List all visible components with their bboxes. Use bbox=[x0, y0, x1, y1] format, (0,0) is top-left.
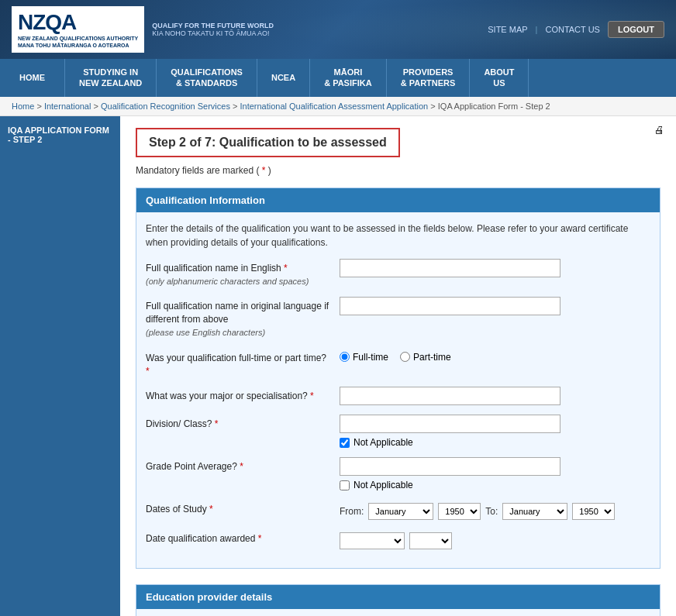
breadcrumb-iqaa[interactable]: International Qualification Assessment A… bbox=[240, 102, 428, 111]
qualification-section-header: Qualification Information bbox=[136, 188, 660, 212]
nav-bar: HOME STUDYING INNEW ZEALAND QUALIFICATIO… bbox=[0, 59, 676, 97]
mandatory-note: Mandatory fields are marked ( * ) bbox=[136, 165, 660, 176]
label-dates-study: Dates of Study * bbox=[146, 500, 332, 516]
control-major bbox=[340, 387, 650, 405]
radio-fulltime[interactable]: Full-time bbox=[340, 352, 388, 363]
from-label: From: bbox=[340, 506, 364, 517]
nav-providers[interactable]: PROVIDERS& PARTNERS bbox=[387, 59, 471, 97]
nzqa-logo: NZQA bbox=[18, 10, 138, 35]
from-month-select[interactable]: JanuaryFebruaryMarch AprilMayJune JulyAu… bbox=[368, 503, 433, 520]
radio-fulltime-label: Full-time bbox=[353, 352, 388, 363]
label-qual-name-english: Full qualification name in English * (on… bbox=[146, 259, 332, 288]
input-qual-name-original[interactable] bbox=[340, 297, 560, 315]
education-section-body: Name of education provider you obtained … bbox=[136, 609, 660, 616]
mandatory-close: ) bbox=[268, 165, 271, 176]
division-na-label: Not Applicable bbox=[354, 437, 413, 448]
mandatory-text: Mandatory fields are marked ( bbox=[136, 165, 259, 176]
field-study-type: Was your qualification full-time or part… bbox=[146, 349, 650, 378]
nav-maori[interactable]: MĀORI& PASIFIKA bbox=[310, 59, 387, 97]
nav-qualifications[interactable]: QUALIFICATIONS& STANDARDS bbox=[157, 59, 257, 97]
control-gpa: Not Applicable bbox=[340, 457, 650, 490]
sidebar-label: IQA APPLICATION FORM - STEP 2 bbox=[8, 126, 109, 144]
logo-subtitle-line1: NEW ZEALAND QUALIFICATIONS AUTHORITY bbox=[18, 35, 138, 42]
nav-ncea[interactable]: NCEA bbox=[257, 59, 310, 97]
field-qual-name-english: Full qualification name in English * (on… bbox=[146, 259, 650, 288]
field-dates-study: Dates of Study * From: JanuaryFebruaryMa… bbox=[146, 500, 650, 520]
logo-subtitle-line2: MANA TOHU MĀTAURANGA O AOTEAROA bbox=[18, 42, 138, 49]
breadcrumb-international[interactable]: International bbox=[44, 102, 91, 111]
control-qual-name-english bbox=[340, 259, 650, 277]
req-star-5: * bbox=[215, 418, 219, 429]
label-gpa: Grade Point Average? * bbox=[146, 457, 332, 473]
label-major: What was your major or specialisation? * bbox=[146, 387, 332, 403]
logo-tagline2: KIA NOHO TAKATU KI TŌ ĀMUA AO! bbox=[152, 29, 274, 37]
awarded-month-select[interactable]: JanuaryFebruaryMarch AprilMayJune JulyAu… bbox=[340, 532, 405, 549]
site-map-link[interactable]: SITE MAP bbox=[488, 25, 527, 34]
radio-parttime[interactable]: Part-time bbox=[400, 352, 451, 363]
qualification-section-desc: Enter the details of the qualification y… bbox=[146, 222, 650, 249]
control-division: Not Applicable bbox=[340, 415, 650, 448]
logo-box: NZQA NEW ZEALAND QUALIFICATIONS AUTHORIT… bbox=[12, 6, 144, 53]
division-na-row: Not Applicable bbox=[340, 437, 650, 448]
gpa-na-label: Not Applicable bbox=[354, 480, 413, 490]
breadcrumb-home[interactable]: Home bbox=[12, 102, 34, 111]
nav-about[interactable]: ABOUTUS bbox=[470, 59, 529, 97]
qualification-section-body: Enter the details of the qualification y… bbox=[136, 212, 660, 569]
logo-tagline1: QUALIFY FOR THE FUTURE WORLD bbox=[152, 22, 274, 29]
field-date-awarded: Date qualification awarded * JanuaryFebr… bbox=[146, 529, 650, 549]
radio-parttime-input[interactable] bbox=[400, 352, 410, 362]
control-qual-name-original bbox=[340, 297, 650, 315]
req-star-8: * bbox=[258, 533, 262, 544]
mandatory-star: * bbox=[262, 165, 268, 176]
breadcrumb-current: IQA Application Form - Step 2 bbox=[438, 102, 550, 111]
input-gpa[interactable] bbox=[340, 457, 560, 476]
gpa-na-row: Not Applicable bbox=[340, 480, 650, 490]
contact-us-link[interactable]: CONTACT US bbox=[545, 25, 600, 34]
field-division: Division/ Class? * Not Applicable bbox=[146, 415, 650, 448]
req-star-3: * bbox=[146, 366, 150, 377]
header-links: SITE MAP | CONTACT US LOGOUT bbox=[488, 21, 664, 38]
req-star-6: * bbox=[240, 461, 243, 472]
dates-row: From: JanuaryFebruaryMarch AprilMayJune … bbox=[340, 500, 650, 520]
content-area: 🖨 Step 2 of 7: Qualification to be asses… bbox=[120, 116, 676, 616]
hint-qual-name-english: (only alphanumeric characters and spaces… bbox=[146, 277, 309, 286]
field-major: What was your major or specialisation? * bbox=[146, 387, 650, 405]
control-dates-study: From: JanuaryFebruaryMarch AprilMayJune … bbox=[340, 500, 650, 520]
label-date-awarded: Date qualification awarded * bbox=[146, 529, 332, 545]
awarded-year-select[interactable]: 19501960197019801990200020102020 bbox=[409, 532, 452, 549]
radio-parttime-label: Part-time bbox=[413, 352, 451, 363]
division-na-checkbox[interactable] bbox=[340, 438, 350, 448]
education-section-header: Education provider details bbox=[136, 585, 660, 609]
label-qual-name-original: Full qualification name in original lang… bbox=[146, 297, 332, 339]
label-study-type: Was your qualification full-time or part… bbox=[146, 349, 332, 378]
header-divider: | bbox=[536, 25, 538, 34]
print-icon[interactable]: 🖨 bbox=[654, 124, 664, 136]
gpa-na-checkbox[interactable] bbox=[340, 480, 350, 490]
control-study-type: Full-time Part-time bbox=[340, 349, 650, 363]
control-date-awarded: JanuaryFebruaryMarch AprilMayJune JulyAu… bbox=[340, 529, 650, 549]
top-header: NZQA NEW ZEALAND QUALIFICATIONS AUTHORIT… bbox=[0, 0, 676, 59]
from-year-select[interactable]: 19501960197019801990200020102020 bbox=[438, 503, 481, 520]
breadcrumb: Home > International > Qualification Rec… bbox=[0, 97, 676, 116]
qualification-section: Qualification Information Enter the deta… bbox=[136, 188, 660, 570]
logout-button[interactable]: LOGOUT bbox=[608, 21, 664, 38]
to-year-select[interactable]: 19501960197019801990200020102020 bbox=[572, 503, 615, 520]
date-awarded-row: JanuaryFebruaryMarch AprilMayJune JulyAu… bbox=[340, 529, 650, 549]
main-layout: IQA APPLICATION FORM - STEP 2 🖨 Step 2 o… bbox=[0, 116, 676, 616]
radio-group-study-type: Full-time Part-time bbox=[340, 349, 650, 363]
radio-fulltime-input[interactable] bbox=[340, 352, 350, 362]
input-qual-name-english[interactable] bbox=[340, 259, 560, 277]
input-division[interactable] bbox=[340, 415, 560, 433]
label-division: Division/ Class? * bbox=[146, 415, 332, 431]
education-section: Education provider details Name of educa… bbox=[136, 584, 660, 616]
req-star-7: * bbox=[209, 504, 213, 514]
nav-home[interactable]: HOME bbox=[0, 59, 65, 97]
to-month-select[interactable]: JanuaryFebruaryMarch AprilMayJune JulyAu… bbox=[502, 503, 567, 520]
form-title: Step 2 of 7: Qualification to be assesse… bbox=[149, 136, 387, 150]
field-gpa: Grade Point Average? * Not Applicable bbox=[146, 457, 650, 490]
input-major[interactable] bbox=[340, 387, 560, 405]
nav-studying[interactable]: STUDYING INNEW ZEALAND bbox=[65, 59, 157, 97]
breadcrumb-qrs[interactable]: Qualification Recognition Services bbox=[101, 102, 230, 111]
req-star-4: * bbox=[310, 391, 314, 401]
req-star-1: * bbox=[284, 263, 288, 274]
